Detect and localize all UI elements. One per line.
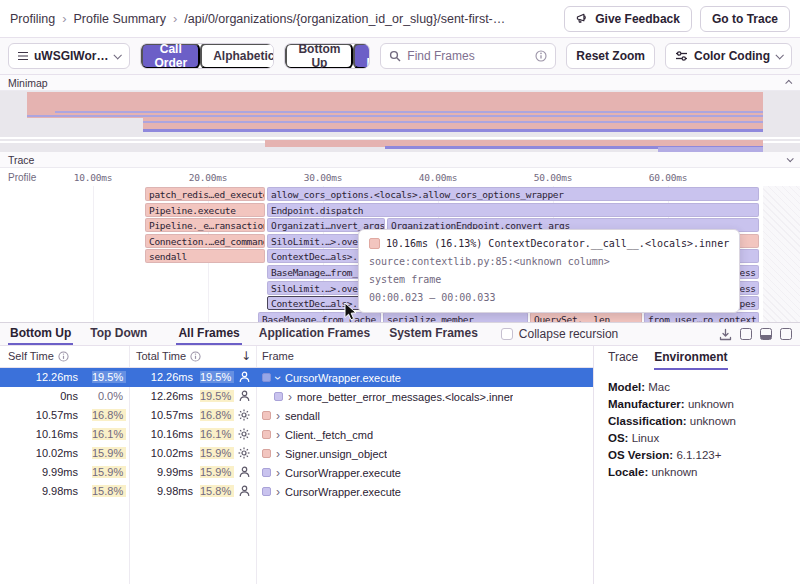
- total-time-percent: 19.5%: [200, 371, 234, 383]
- chevron-down-icon: [114, 51, 122, 59]
- flame-frame[interactable]: Endpoint.dispatch: [267, 203, 759, 217]
- frame-color-swatch: [262, 449, 271, 458]
- tab-top-down[interactable]: Top Down: [88, 323, 149, 345]
- frame-color-swatch: [274, 392, 283, 401]
- chevron-collapsed-icon[interactable]: ›: [276, 430, 280, 440]
- flame-frame[interactable]: from_user…ro_context: [644, 312, 759, 322]
- frame-cell[interactable]: ›sendall: [258, 406, 591, 425]
- details-tab-trace[interactable]: Trace: [608, 350, 638, 370]
- tab-bottom-up[interactable]: Bottom Up: [8, 323, 73, 345]
- bottom-tabs-strip: Bottom UpTop Down All FramesApplication …: [0, 323, 800, 346]
- layout-bottom-icon[interactable]: [760, 328, 772, 340]
- flame-frame[interactable]: BaseManage…from_c: [267, 265, 362, 279]
- trace-title: Trace: [8, 154, 34, 166]
- flame-frame[interactable]: SiloLimit.…>.over: [267, 281, 362, 295]
- color-coding-button[interactable]: Color Coding: [665, 43, 792, 69]
- collapse-recursion-toggle[interactable]: Collapse recursion: [501, 323, 618, 345]
- flame-frame[interactable]: BaseManage…from_cache: [258, 312, 381, 322]
- sorting-option-call-order[interactable]: Call Order: [141, 43, 200, 69]
- thread-selector-dropdown[interactable]: uWSGIWor…: [8, 43, 130, 69]
- env-row: Classification: unknown: [608, 413, 800, 430]
- total-time-header[interactable]: Total Time: [136, 350, 201, 362]
- table-row[interactable]: 10.16ms16.1%10.16ms16.1%›Client._fetch_c…: [0, 425, 593, 444]
- details-panel: TraceEnvironment Model: MacManufacturer:…: [594, 346, 800, 584]
- frame-cell[interactable]: ›more_better_error_messages.<locals>.inn…: [258, 387, 591, 406]
- breadcrumb-item-1[interactable]: Profile Summary: [74, 12, 166, 26]
- chevron-collapsed-icon[interactable]: ›: [288, 392, 292, 402]
- flame-frame[interactable]: Connection.…ed_command: [145, 234, 265, 248]
- frame-name: Client._fetch_cmd: [285, 429, 373, 441]
- tab-application-frames[interactable]: Application Frames: [257, 323, 372, 345]
- flame-frame[interactable]: Pipeline.execute: [145, 203, 265, 217]
- flamegraph-canvas[interactable]: patch_redis…ed_executeallow_cors_options…: [0, 186, 800, 322]
- tab-system-frames[interactable]: System Frames: [387, 323, 480, 345]
- chevron-collapsed-icon[interactable]: ›: [276, 487, 280, 497]
- application-frame-user-icon: [237, 485, 251, 500]
- sliders-icon: [675, 50, 688, 62]
- frame-cell[interactable]: ›CursorWrapper.execute: [258, 463, 591, 482]
- frame-color-swatch: [262, 487, 271, 496]
- chevron-collapsed-icon[interactable]: ›: [276, 411, 280, 421]
- flame-frame[interactable]: allow_cors_options.<locals>.allow_cors_o…: [267, 187, 759, 201]
- download-icon[interactable]: [719, 328, 732, 341]
- give-feedback-button[interactable]: Give Feedback: [564, 6, 692, 32]
- flame-frame[interactable]: SiloLimit.…>.over: [267, 234, 362, 248]
- frame-cell[interactable]: ›CursorWrapper.execute: [258, 482, 591, 501]
- frame-color-swatch: [262, 468, 271, 477]
- minimap-section-header[interactable]: Minimap: [0, 75, 800, 91]
- axis-tick: 20.00ms: [189, 172, 228, 183]
- search-input[interactable]: [407, 49, 529, 63]
- flame-frame[interactable]: serialize_member: [383, 312, 528, 322]
- layout-right-icon[interactable]: [780, 328, 792, 340]
- frame-cell[interactable]: ›Client._fetch_cmd: [258, 425, 591, 444]
- view-option-top-down[interactable]: Top Down: [353, 43, 370, 69]
- axis-tick: 60.00ms: [649, 172, 688, 183]
- frame-cell[interactable]: ›CursorWrapper.execute: [258, 368, 591, 387]
- chevron-collapsed-icon[interactable]: ›: [276, 449, 280, 459]
- checkbox[interactable]: [501, 328, 513, 340]
- flame-frame[interactable]: patch_redis…ed_execute: [145, 187, 265, 201]
- sort-descending-icon[interactable]: ↓: [241, 349, 251, 363]
- trace-section-header[interactable]: Trace: [0, 152, 800, 168]
- table-row[interactable]: 10.57ms16.8%10.57ms16.8%›sendall: [0, 406, 593, 425]
- flame-frame[interactable]: Pipeline._e…ransaction: [145, 218, 265, 232]
- details-tab-environment[interactable]: Environment: [654, 350, 727, 370]
- total-time-value: 12.26ms: [120, 371, 193, 383]
- table-row[interactable]: 9.98ms15.8%9.98ms15.8%›CursorWrapper.exe…: [0, 482, 593, 501]
- search-icon: [389, 50, 401, 62]
- collapse-chevron-icon[interactable]: [785, 80, 792, 87]
- flame-frame[interactable]: sendall: [145, 249, 265, 263]
- frame-cell[interactable]: ›Signer.unsign_object: [258, 444, 591, 463]
- total-time-value: 10.16ms: [120, 428, 193, 440]
- table-row[interactable]: 12.26ms19.5%12.26ms19.5%›CursorWrapper.e…: [0, 368, 593, 387]
- sorting-option-alphabetical[interactable]: Alphabetical: [200, 43, 274, 69]
- expand-chevron-icon[interactable]: [787, 155, 794, 162]
- find-frames-search[interactable]: [380, 43, 556, 69]
- breadcrumb-item-2[interactable]: /api/0/organizations/{organization_id_or…: [184, 12, 505, 26]
- env-row: Manufacturer: unknown: [608, 396, 800, 413]
- frame-color-swatch: [262, 411, 271, 420]
- sorting-segment-group: Call OrderAlphabeticalLeft Heavy: [140, 43, 274, 69]
- view-option-bottom-up[interactable]: Bottom Up: [285, 43, 353, 69]
- chevron-expanded-icon[interactable]: ›: [273, 376, 283, 380]
- application-frame-user-icon: [237, 371, 251, 386]
- total-time-percent: 16.1%: [200, 428, 234, 440]
- reset-zoom-button[interactable]: Reset Zoom: [566, 43, 655, 69]
- tab-all-frames[interactable]: All Frames: [176, 323, 241, 345]
- total-time-percent: 15.9%: [200, 447, 234, 459]
- table-row[interactable]: 10.02ms15.9%10.02ms15.9%›Signer.unsign_o…: [0, 444, 593, 463]
- frame-header[interactable]: Frame: [262, 350, 294, 362]
- breadcrumb-item-0[interactable]: Profiling: [10, 12, 55, 26]
- megaphone-icon: [576, 12, 589, 25]
- self-time-header[interactable]: Self Time: [8, 350, 69, 362]
- tooltip-frame-kind: system frame: [369, 274, 729, 285]
- table-row[interactable]: 9.99ms15.9%9.99ms15.9%›CursorWrapper.exe…: [0, 463, 593, 482]
- chevron-collapsed-icon[interactable]: ›: [276, 468, 280, 478]
- go-to-trace-button[interactable]: Go to Trace: [700, 6, 790, 32]
- system-frame-gear-icon: [237, 447, 251, 462]
- minimap-canvas[interactable]: [0, 91, 800, 152]
- table-row[interactable]: 0ns0.0%12.26ms19.5%›more_better_error_me…: [0, 387, 593, 406]
- flame-frame[interactable]: ContextDec…als>.i: [267, 249, 362, 263]
- flame-frame[interactable]: QuerySet.__len__: [530, 312, 642, 322]
- layout-left-icon[interactable]: [740, 328, 752, 340]
